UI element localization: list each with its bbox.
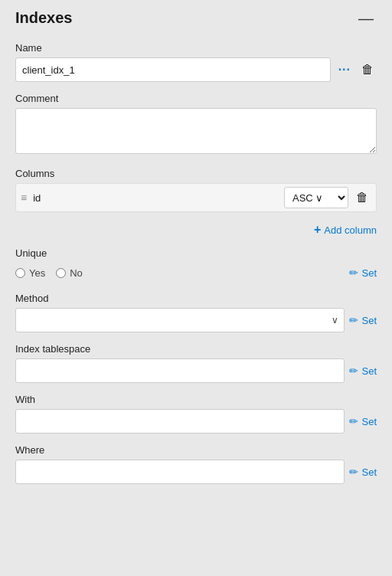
unique-no-radio[interactable] (56, 268, 66, 278)
comment-group: Comment (15, 93, 377, 157)
unique-set-label: Set (361, 267, 377, 279)
tablespace-set-button[interactable]: ✏ Set (349, 362, 377, 380)
name-row: ··· 🗑 (15, 57, 377, 82)
unique-no-label[interactable]: No (56, 267, 83, 279)
add-column-button[interactable]: + Add column (314, 220, 377, 240)
where-pencil-icon: ✏ (349, 466, 358, 478)
unique-label: Unique (15, 247, 47, 259)
comment-label: Comment (15, 93, 377, 104)
unique-radio-group: Yes No (15, 267, 83, 279)
with-pencil-icon: ✏ (349, 415, 358, 427)
column-delete-button[interactable]: 🗑 (353, 188, 371, 208)
unique-yes-label[interactable]: Yes (15, 267, 45, 279)
where-input[interactable] (15, 460, 345, 484)
tablespace-label: Index tablespace (15, 343, 377, 355)
where-label: Where (15, 444, 377, 456)
unique-no-text: No (70, 267, 83, 279)
where-row: ✏ Set (15, 460, 377, 484)
name-group: Name ··· 🗑 (15, 42, 377, 82)
add-column-label: Add column (324, 224, 377, 236)
method-select-wrapper: btree hash gist gin spgist brin ∨ (15, 308, 345, 332)
drag-handle-icon[interactable]: ≡ (21, 191, 27, 204)
indexes-panel: Indexes — Name ··· 🗑 Comment Columns ≡ i… (0, 0, 392, 576)
name-ellipsis-button[interactable]: ··· (335, 60, 354, 80)
unique-label-row: Unique (15, 247, 377, 259)
method-row: btree hash gist gin spgist brin ∨ ✏ Set (15, 308, 377, 332)
method-label: Method (15, 293, 377, 304)
columns-label: Columns (15, 168, 377, 179)
with-label: With (15, 394, 377, 405)
name-delete-button[interactable]: 🗑 (358, 60, 377, 80)
comment-textarea[interactable] (15, 108, 377, 154)
with-section: With ✏ Set (15, 394, 377, 434)
panel-title: Indexes (15, 9, 72, 27)
name-input[interactable] (15, 57, 331, 82)
columns-section: Columns ≡ id ASC ∨ DESC ∨ 🗑 + Add column (15, 168, 377, 240)
name-label: Name (15, 42, 377, 54)
tablespace-set-label: Set (361, 365, 377, 377)
where-section: Where ✏ Set (15, 444, 377, 484)
method-set-label: Set (361, 315, 377, 326)
where-set-label: Set (361, 466, 377, 478)
unique-options-row: Yes No ✏ Set (15, 263, 377, 282)
unique-yes-text: Yes (29, 267, 45, 279)
unique-set-button[interactable]: ✏ Set (349, 263, 377, 282)
with-row: ✏ Set (15, 409, 377, 434)
with-set-label: Set (361, 416, 377, 427)
tablespace-input[interactable] (15, 358, 345, 383)
method-set-button[interactable]: ✏ Set (349, 311, 377, 329)
panel-header: Indexes — (15, 9, 377, 27)
tablespace-pencil-icon: ✏ (349, 365, 358, 377)
with-set-button[interactable]: ✏ Set (349, 412, 377, 430)
unique-section: Unique Yes No ✏ Set (15, 247, 377, 282)
method-select[interactable]: btree hash gist gin spgist brin (15, 308, 345, 332)
method-set-pencil-icon: ✏ (349, 314, 358, 326)
unique-set-pencil-icon: ✏ (349, 267, 358, 279)
tablespace-section: Index tablespace ✏ Set (15, 343, 377, 383)
with-input[interactable] (15, 409, 345, 434)
unique-yes-radio[interactable] (15, 268, 25, 278)
minimize-button[interactable]: — (355, 11, 377, 26)
column-row: ≡ id ASC ∨ DESC ∨ 🗑 (15, 183, 377, 212)
tablespace-row: ✏ Set (15, 358, 377, 383)
where-set-button[interactable]: ✏ Set (349, 463, 377, 481)
add-column-container: + Add column (15, 217, 377, 240)
plus-icon: + (314, 223, 321, 237)
column-order-select[interactable]: ASC ∨ DESC ∨ (284, 187, 348, 208)
column-name: id (33, 192, 279, 204)
method-section: Method btree hash gist gin spgist brin ∨… (15, 293, 377, 332)
